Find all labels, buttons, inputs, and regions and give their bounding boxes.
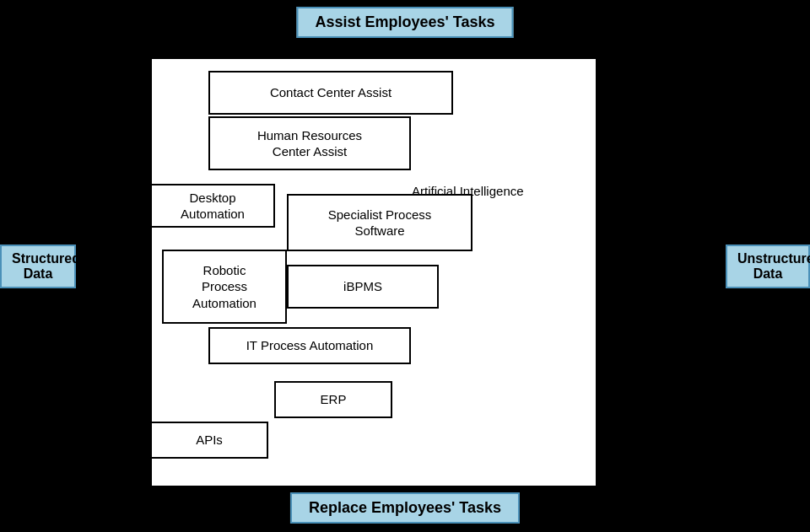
box-contact-center-assist: Contact Center Assist xyxy=(208,71,453,115)
label-left-structured-data: StructuredData xyxy=(0,245,76,288)
box-specialist-process-software: Specialist ProcessSoftware xyxy=(287,194,472,251)
box-erp: ERP xyxy=(274,381,392,418)
diagram-container: Assist Employees' Tasks Replace Employee… xyxy=(0,0,810,532)
box-it-process-automation: IT Process Automation xyxy=(208,327,411,364)
line-right xyxy=(597,295,728,297)
label-bottom: Replace Employees' Tasks xyxy=(290,492,520,524)
box-desktop-automation: DesktopAutomation xyxy=(150,184,275,228)
box-apis: APIs xyxy=(150,422,268,459)
box-hr-center-assist: Human ResourcesCenter Assist xyxy=(208,116,411,170)
box-ibpms: iBPMS xyxy=(287,265,439,309)
box-robotic-process-automation: RoboticProcessAutomation xyxy=(162,250,287,324)
label-top: Assist Employees' Tasks xyxy=(296,7,513,38)
label-right-unstructured-data: UnstructuredData xyxy=(726,245,810,288)
